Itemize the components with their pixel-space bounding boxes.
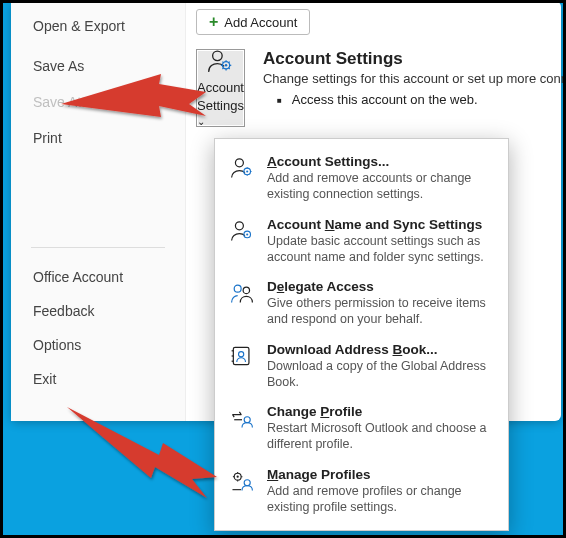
acct-btn-line1: Account xyxy=(197,80,244,95)
side-save-as[interactable]: Save As xyxy=(11,51,185,81)
svg-rect-23 xyxy=(233,347,249,364)
svg-point-11 xyxy=(235,159,243,167)
plus-icon: + xyxy=(209,14,218,30)
divider xyxy=(31,247,165,248)
svg-point-13 xyxy=(246,170,248,172)
menu-desc: Update basic account settings such as ac… xyxy=(267,233,496,266)
menu-name-sync[interactable]: Account Name and Sync Settings Update ba… xyxy=(219,210,504,273)
svg-point-24 xyxy=(239,351,244,356)
account-settings-button[interactable]: Account Settings ⌄ xyxy=(196,49,245,127)
acct-btn-line2: Settings ⌄ xyxy=(197,98,244,128)
svg-point-21 xyxy=(234,285,241,292)
side-options[interactable]: Options xyxy=(11,330,185,360)
account-settings-menu: Account Settings... Add and remove accou… xyxy=(214,138,509,531)
switch-profile-icon xyxy=(227,406,257,430)
svg-point-0 xyxy=(213,51,223,61)
svg-line-7 xyxy=(223,62,224,63)
side-save-attachments: Save Attachments xyxy=(11,87,185,117)
add-account-label: Add Account xyxy=(224,15,297,30)
person-gear-icon xyxy=(205,48,235,77)
menu-account-settings[interactable]: Account Settings... Add and remove accou… xyxy=(219,147,504,210)
side-office-account[interactable]: Office Account xyxy=(11,262,185,292)
svg-line-9 xyxy=(229,62,230,63)
side-exit[interactable]: Exit xyxy=(11,364,185,394)
section-title: Account Settings xyxy=(263,49,566,69)
side-open-export[interactable]: Open & Export xyxy=(11,11,185,41)
content-area: + Add Account Account Settings ⌄ Account… xyxy=(196,9,561,139)
gear-profile-icon xyxy=(227,469,257,493)
svg-line-8 xyxy=(229,68,230,69)
svg-point-18 xyxy=(235,221,243,229)
bullet-icon: ■ xyxy=(277,96,282,107)
svg-point-2 xyxy=(225,64,227,66)
svg-point-20 xyxy=(246,233,248,235)
svg-point-28 xyxy=(244,417,250,423)
svg-point-30 xyxy=(237,475,239,477)
svg-point-22 xyxy=(243,287,249,293)
menu-manage-profiles[interactable]: Manage Profiles Add and remove profiles … xyxy=(219,460,504,523)
menu-change-profile[interactable]: Change Profile Restart Microsoft Outlook… xyxy=(219,397,504,460)
menu-desc: Download a copy of the Global Address Bo… xyxy=(267,358,496,391)
two-people-icon xyxy=(227,281,257,305)
side-feedback[interactable]: Feedback xyxy=(11,296,185,326)
person-gear-icon xyxy=(227,156,257,180)
menu-desc: Add and remove accounts or change existi… xyxy=(267,170,496,203)
menu-desc: Give others permission to receive items … xyxy=(267,295,496,328)
side-print[interactable]: Print xyxy=(11,123,185,153)
address-book-icon xyxy=(227,344,257,368)
menu-delegate-access[interactable]: Delegate Access Give others permission t… xyxy=(219,272,504,335)
menu-desc: Restart Microsoft Outlook and choose a d… xyxy=(267,420,496,453)
svg-line-10 xyxy=(223,68,224,69)
bullet-text: Access this account on the web. xyxy=(292,92,478,107)
person-gear-icon xyxy=(227,219,257,243)
add-account-button[interactable]: + Add Account xyxy=(196,9,310,35)
section-subtitle: Change settings for this account or set … xyxy=(263,71,566,86)
menu-desc: Add and remove profiles or change existi… xyxy=(267,483,496,516)
sidebar: Open & Export Save As Save Attachments P… xyxy=(11,1,186,421)
svg-point-35 xyxy=(244,479,250,485)
menu-download-address-book[interactable]: Download Address Book... Download a copy… xyxy=(219,335,504,398)
